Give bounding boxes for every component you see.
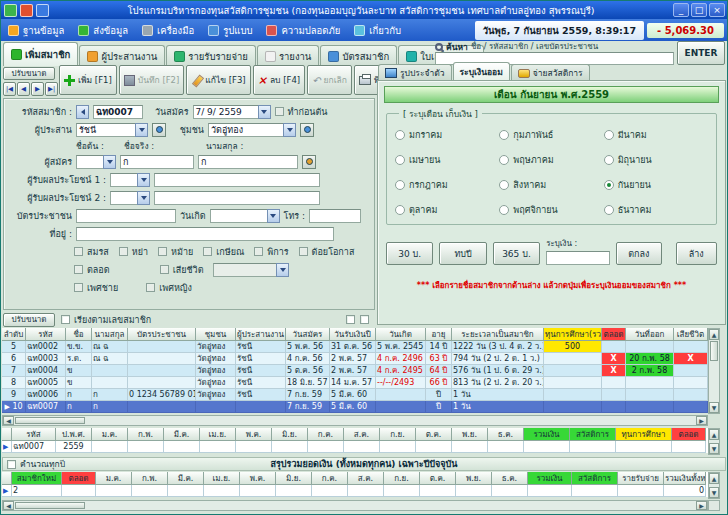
deceased-date-combo[interactable] <box>213 263 289 277</box>
amount-365-button[interactable]: 365 บ. <box>493 242 540 265</box>
scroll-left-icon[interactable]: ◀ <box>3 501 14 510</box>
disabled-checkbox[interactable]: พิการ <box>254 245 288 259</box>
clear-button[interactable]: ล้าง <box>676 242 717 265</box>
sort-by-member-checkbox[interactable]: เรียงตามเลขสมาชิก <box>61 313 151 327</box>
month-radio-june[interactable]: มิถุนายน <box>604 153 708 167</box>
last-record-button[interactable]: ▶| <box>45 82 58 96</box>
gender-female-checkbox[interactable]: เพศหญิง <box>146 281 192 295</box>
initial-checkbox[interactable] <box>275 107 284 116</box>
maximize-button[interactable]: □ <box>691 3 707 17</box>
document-icon[interactable] <box>20 4 33 17</box>
scroll-down-icon[interactable]: ▼ <box>709 487 719 498</box>
phone-field[interactable] <box>309 209 361 223</box>
menu-send-data[interactable]: ส่งข้อมูล <box>71 19 135 41</box>
month-radio-may[interactable]: พฤษภาคม <box>499 153 603 167</box>
address-field[interactable] <box>76 227 334 241</box>
amount-input[interactable] <box>546 251 610 265</box>
month-radio-december[interactable]: ธันวาคม <box>604 203 708 217</box>
reg-date-combo[interactable]: 7/ 9/ 2559 <box>193 105 271 119</box>
beneficiary2-title-combo[interactable] <box>110 191 150 205</box>
coordinator-combo[interactable]: รัชนี <box>76 123 148 137</box>
totals-row[interactable]: ▶ 2 0 <box>2 485 708 497</box>
amount-30-button[interactable]: 30 บ. <box>386 242 433 265</box>
member-row[interactable]: 8 ฉท0005 ข วัดอู่ทอง รัชนี 18 มิ.ย. 57 1… <box>2 377 708 389</box>
grid-option-checkbox-2[interactable] <box>360 315 369 324</box>
grid-option-checkbox-1[interactable] <box>346 315 355 324</box>
beneficiary1-title-combo[interactable] <box>110 173 150 187</box>
applicant-settings-button[interactable] <box>302 155 316 169</box>
member-row[interactable]: 7 ฉท0004 ข วัดอู่ทอง รัชนี 5 ต.ค. 56 2 พ… <box>2 365 708 377</box>
scroll-down-icon[interactable]: ▼ <box>709 443 719 454</box>
tab-coordinators[interactable]: ผู้ประสานงาน <box>79 45 165 66</box>
scrollbar-thumb[interactable] <box>15 417 85 424</box>
tab-reports[interactable]: รายงาน <box>257 45 319 66</box>
monthly-row[interactable]: ▶ ฉท0007 2559 <box>2 441 708 453</box>
compound-year-button[interactable]: ทบปี <box>439 242 486 265</box>
resize-grid-button[interactable]: ปรับขนาด <box>3 313 55 327</box>
delete-button[interactable]: ×ลบ [F4] <box>253 65 305 95</box>
prev-record-button[interactable]: ◀ <box>17 82 30 96</box>
member-row[interactable]: 5 ฉท0002 ข.ข. ณ ฉ วัดอู่ทอง รัชนี 5 พ.ค.… <box>2 341 708 353</box>
menu-database[interactable]: ฐานข้อมูล <box>1 19 71 41</box>
spreadsheet-icon[interactable] <box>4 4 17 17</box>
member-row[interactable]: 9 ฉท0006 ก ก 0 1234 56789 01 6 วัดอู่ทอง… <box>2 389 708 401</box>
member-row[interactable]: 6 ฉท0003 ร.ด. ณ ฉ วัดอู่ทอง รัชนี 4 ก.ค.… <box>2 353 708 365</box>
menu-tools[interactable]: เครื่องมือ <box>135 19 201 41</box>
close-button[interactable]: × <box>709 3 725 17</box>
add-button[interactable]: เพิ่ม [F1] <box>59 65 117 95</box>
edit-button[interactable]: แก้ไข [F3] <box>186 65 250 95</box>
divorced-checkbox[interactable]: หย่า <box>119 245 148 259</box>
community-combo[interactable]: วัดอู่ทอง <box>208 123 296 137</box>
tab-add-member[interactable]: เพิ่มสมาชิก <box>3 42 78 66</box>
coordinator-edit-button[interactable] <box>152 123 166 137</box>
idcard-field[interactable] <box>76 209 176 223</box>
menu-security[interactable]: ความปลอดภัย <box>259 19 347 41</box>
month-radio-february[interactable]: กุมภาพันธ์ <box>499 128 603 142</box>
community-edit-button[interactable] <box>300 123 314 137</box>
save-button[interactable]: บันทึก [F2] <box>119 65 185 95</box>
deceased-checkbox[interactable]: เสียชีวิต <box>160 263 204 277</box>
tab-profile-photo[interactable]: รูปประจำตัว <box>378 64 452 81</box>
month-radio-september[interactable]: กันยายน <box>604 178 708 192</box>
minimize-button[interactable]: _ <box>673 3 689 17</box>
members-vertical-scrollbar[interactable]: ▲ ▼ <box>708 328 720 414</box>
menu-about[interactable]: เกี่ยวกับ <box>347 19 408 41</box>
tab-income-expense[interactable]: รายรับรายจ่าย <box>166 45 256 66</box>
ok-button[interactable]: ตกลง <box>616 242 661 265</box>
member-row-selected[interactable]: ▶ 10 ฉท0007 ก ก 7 ก.ย. 59 5 มี.ค. 60 ปี … <box>2 401 708 413</box>
month-radio-july[interactable]: กรกฎาคม <box>395 178 499 192</box>
scroll-up-icon[interactable]: ▲ <box>709 429 719 440</box>
totals-vertical-scrollbar[interactable]: ▲ ▼ <box>708 472 720 499</box>
forever-checkbox[interactable]: ตลอด <box>74 263 110 277</box>
scroll-down-icon[interactable]: ▼ <box>709 402 719 413</box>
tools-shortcut-icon[interactable] <box>36 4 49 17</box>
beneficiary2-name-field[interactable] <box>154 191 320 205</box>
scroll-right-icon[interactable]: ▶ <box>696 501 707 510</box>
members-horizontal-scrollbar[interactable]: ◀ ▶ <box>2 415 708 426</box>
menu-layout[interactable]: รูปแบบ <box>201 19 259 41</box>
monthly-vertical-scrollbar[interactable]: ▲ ▼ <box>708 428 720 455</box>
retired-checkbox[interactable]: เกษียณ <box>203 245 244 259</box>
month-radio-november[interactable]: พฤศจิกายน <box>499 203 603 217</box>
applicant-title-combo[interactable] <box>76 155 116 169</box>
scroll-up-icon[interactable]: ▲ <box>709 473 719 484</box>
first-record-button[interactable]: |◀ <box>3 82 16 96</box>
tab-pay-welfare[interactable]: จ่ายสวัสดิการ <box>511 64 590 81</box>
married-checkbox[interactable]: สมรส <box>74 245 109 259</box>
enter-button[interactable]: ENTER <box>677 41 725 65</box>
birthdate-combo[interactable] <box>210 209 280 223</box>
next-record-button[interactable]: ▶ <box>31 82 44 96</box>
totals-horizontal-scrollbar[interactable]: ◀ ▶ <box>2 500 708 511</box>
prev-code-button[interactable] <box>76 105 89 119</box>
cancel-button[interactable]: ↶ยกเลิก <box>307 65 352 95</box>
month-radio-march[interactable]: มีนาคม <box>604 128 708 142</box>
month-radio-january[interactable]: มกราคม <box>395 128 499 142</box>
month-radio-august[interactable]: สิงหาคม <box>499 178 603 192</box>
calc-all-years-checkbox[interactable]: คำนวณทุกปี <box>3 457 65 471</box>
gender-male-checkbox[interactable]: เพศชาย <box>74 281 118 295</box>
applicant-lastname-field[interactable] <box>198 155 298 169</box>
scrollbar-track[interactable] <box>86 416 696 425</box>
widowed-checkbox[interactable]: หม้าย <box>158 245 193 259</box>
month-radio-april[interactable]: เมษายน <box>395 153 499 167</box>
scroll-up-icon[interactable]: ▲ <box>709 329 719 340</box>
